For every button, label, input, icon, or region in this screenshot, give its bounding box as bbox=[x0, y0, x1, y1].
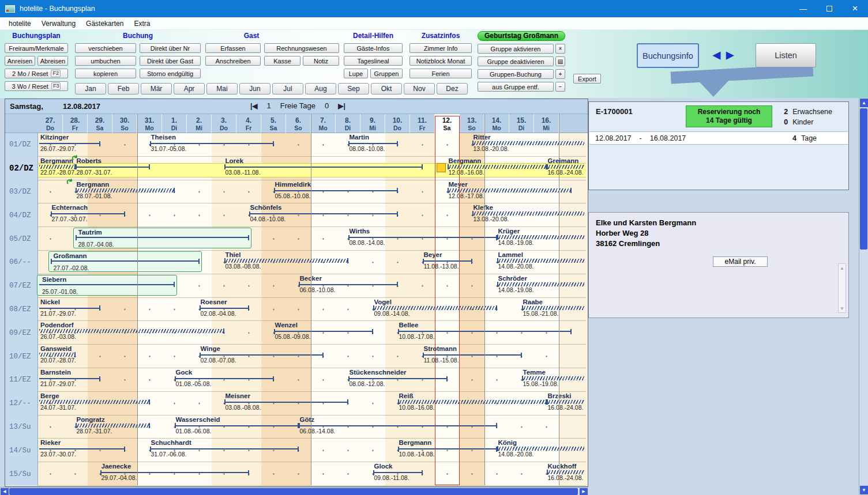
booking-bar[interactable]: Ritter13.08.-20.08. bbox=[472, 133, 585, 157]
menu-item-extra[interactable]: Extra bbox=[129, 18, 155, 29]
booking-bar[interactable]: Schuchhardt31.07.-06.08. bbox=[150, 439, 299, 462]
month-tab-jul[interactable]: Jul bbox=[272, 83, 303, 95]
day-header-cell[interactable]: 5.Sa bbox=[261, 114, 286, 133]
month-tab-okt[interactable]: Okt bbox=[371, 83, 402, 95]
menu-item-hotelite[interactable]: hotelite bbox=[3, 18, 36, 29]
booking-bar[interactable]: Bergmann10.08.-14.08. bbox=[398, 439, 497, 462]
booking-bar[interactable]: Theisen31.07.-05.08. bbox=[150, 133, 274, 157]
booking-group-bar[interactable]: Großmann27.07.-02.08. bbox=[51, 251, 200, 274]
room-label[interactable]: 01/DZ bbox=[5, 133, 38, 157]
lupe-button[interactable]: Lupe bbox=[344, 69, 368, 78]
booking-bar[interactable]: Vogel09.08.-14.08. bbox=[373, 298, 497, 322]
booking-bar[interactable]: Schröder14.08.-19.08. bbox=[497, 274, 585, 298]
day-header-cell[interactable]: 15.Di bbox=[509, 114, 534, 133]
day-header-cell[interactable]: 16.Mi bbox=[534, 114, 559, 133]
booking-bar[interactable]: Meisner03.08.-08.08. bbox=[224, 392, 348, 415]
booking-bar[interactable]: Beyer11.08.-13.08. bbox=[423, 251, 472, 274]
freiraum-merkmale-button[interactable]: Freiraum/Merkmale bbox=[5, 43, 68, 53]
abreisen-button[interactable]: Abreisen bbox=[37, 56, 68, 66]
kasse-button[interactable]: Kasse bbox=[264, 56, 300, 66]
booking-group-bar[interactable]: Siebern25.07.-01.08. bbox=[39, 274, 175, 298]
gruppe-action-icon[interactable]: + bbox=[555, 69, 565, 79]
day-header-cell[interactable]: 13.So bbox=[460, 114, 484, 133]
booking-bar[interactable]: Götz06.08.-14.08. bbox=[299, 415, 497, 439]
room-label[interactable]: 07/EZ bbox=[5, 274, 38, 298]
day-header-cell[interactable]: 12.Sa bbox=[435, 114, 460, 133]
listen-button[interactable]: Listen bbox=[756, 43, 816, 67]
booking-bar[interactable]: Schönfels04.08.-10.08. bbox=[249, 203, 398, 227]
day-header-cell[interactable]: 30.So bbox=[112, 114, 137, 133]
day-header-cell[interactable]: 8.Di bbox=[336, 114, 360, 133]
booking-group-bar[interactable]: Tautrim28.07.-04.08. bbox=[76, 227, 249, 251]
room-label[interactable]: 08/EZ bbox=[5, 298, 38, 322]
day-header-cell[interactable]: 7.Mo bbox=[311, 114, 336, 133]
room-label[interactable]: 14/Su bbox=[5, 439, 38, 462]
booking-bar[interactable]: Martin08.08.-10.08. bbox=[348, 133, 398, 157]
booking-bar[interactable]: Wirths08.08.-14.08. bbox=[348, 227, 497, 251]
day-header-cell[interactable]: 9.Mi bbox=[360, 114, 385, 133]
room-label[interactable]: 03/DZ bbox=[5, 180, 38, 204]
booking-bar[interactable]: Bergmann28.07.-01.08. bbox=[76, 180, 175, 204]
menu-item-verwaltung[interactable]: Verwaltung bbox=[36, 18, 81, 29]
anreisen-button[interactable]: Anreisen bbox=[5, 56, 35, 66]
tageslineal-button[interactable]: Tageslineal bbox=[344, 56, 403, 66]
notiz-button[interactable]: Notiz bbox=[303, 56, 339, 66]
erfassen-button[interactable]: Erfassen bbox=[205, 43, 261, 53]
booking-bar[interactable]: Wasserscheid01.08.-06.08. bbox=[175, 415, 299, 439]
skip-start-icon[interactable]: |◀ bbox=[250, 102, 258, 110]
month-tab-jan[interactable]: Jan bbox=[75, 83, 106, 95]
booking-bar[interactable]: Lorek03.08.-11.08. bbox=[224, 157, 423, 180]
scroll-right-arrow[interactable]: ▶ bbox=[580, 488, 588, 495]
booking-bar[interactable]: Podendorf26.07.-03.08. bbox=[39, 321, 224, 345]
horizontal-scroll-thumb[interactable] bbox=[9, 488, 578, 495]
room-label[interactable]: 06/-- bbox=[5, 251, 38, 274]
day-header-cell[interactable]: 29.Sa bbox=[88, 114, 112, 133]
booking-bar[interactable]: Stückenschneider08.08.-12.08. bbox=[348, 368, 448, 392]
month-tab-feb[interactable]: Feb bbox=[108, 83, 139, 95]
vertical-scrollbar[interactable]: ▲ ▼ bbox=[859, 98, 868, 495]
maximize-button[interactable] bbox=[816, 0, 842, 17]
day-header-cell[interactable]: 1.Di bbox=[162, 114, 187, 133]
room-label[interactable]: 13/Su bbox=[5, 415, 38, 439]
booking-bar[interactable]: Gansweid20.07.-28.07. bbox=[39, 345, 76, 368]
booking-bar[interactable]: Nickel21.07.-29.07. bbox=[39, 298, 100, 322]
booking-bar[interactable]: Klefke13.08.-20.08. bbox=[472, 203, 585, 227]
booking-bar[interactable]: Bellee10.08.-17.08. bbox=[398, 321, 572, 345]
booking-bar[interactable]: Berge24.07.-31.07. bbox=[39, 392, 150, 415]
day-header-cell[interactable]: 11.Fr bbox=[410, 114, 435, 133]
booking-bar[interactable]: König14.08.-20.08. bbox=[497, 439, 585, 462]
scroll-down-icon[interactable]: ▼ bbox=[839, 305, 846, 312]
rechnungswesen-button[interactable]: Rechnungswesen bbox=[264, 43, 339, 53]
gruppe-deaktivieren-button[interactable]: Gruppe deaktivieren bbox=[478, 56, 554, 66]
room-label[interactable]: 15/Su bbox=[5, 462, 38, 486]
day-header-cell[interactable]: 31.Mo bbox=[137, 114, 162, 133]
month-tab-mai[interactable]: Mai bbox=[206, 83, 238, 95]
booking-bar[interactable]: Strotmann11.08.-15.08. bbox=[423, 345, 522, 368]
booking-bar[interactable]: Thiel03.08.-08.08. bbox=[224, 251, 348, 274]
menu-item-gästekarten[interactable]: Gästekarten bbox=[81, 18, 129, 29]
day-header-cell[interactable]: 28.Fr bbox=[63, 114, 88, 133]
aus-gruppe-entf--button[interactable]: aus Gruppe entf. bbox=[478, 82, 554, 92]
gruppe-action-icon[interactable]: − bbox=[555, 82, 565, 92]
gruppe-action-icon[interactable]: × bbox=[555, 44, 565, 54]
prev-arrow-icon[interactable]: ◀ bbox=[713, 49, 720, 61]
booking-bar[interactable]: Wenzel05.08.-09.08. bbox=[274, 321, 373, 345]
day-header-cell[interactable]: 6.So bbox=[286, 114, 311, 133]
booking-bar[interactable]: Kuckhoff16.08.-24.08. bbox=[547, 462, 585, 486]
gruppe-aktivieren-button[interactable]: Gruppe aktivieren bbox=[478, 44, 554, 54]
zimmer-info-button[interactable]: Zimmer Info bbox=[409, 43, 472, 53]
booking-bar[interactable]: Glock09.08.-11.08. bbox=[373, 462, 423, 486]
booking-bar[interactable]: Rieker23.07.-30.07. bbox=[39, 439, 125, 462]
storno-button[interactable]: Storno endgültig bbox=[140, 69, 201, 78]
scroll-up-arrow[interactable]: ▲ bbox=[860, 99, 868, 107]
month-tab-jun[interactable]: Jun bbox=[239, 83, 270, 95]
month-tab-nov[interactable]: Nov bbox=[404, 83, 435, 95]
gruppen-buchung-button[interactable]: Gruppen-Buchung bbox=[478, 69, 554, 79]
scroll-up-icon[interactable]: ▲ bbox=[839, 264, 846, 271]
booking-bar[interactable]: Jaenecke29.07.-04.08. bbox=[100, 462, 249, 486]
booking-bar[interactable]: Barnstein21.07.-29.07. bbox=[39, 368, 100, 392]
month-tab-sep[interactable]: Sep bbox=[338, 83, 369, 95]
month-tab-dez[interactable]: Dez bbox=[437, 83, 468, 95]
room-label[interactable]: 02/DZ bbox=[5, 157, 38, 180]
booking-bar[interactable]: Roberts28.07.-31.07. bbox=[76, 157, 150, 180]
